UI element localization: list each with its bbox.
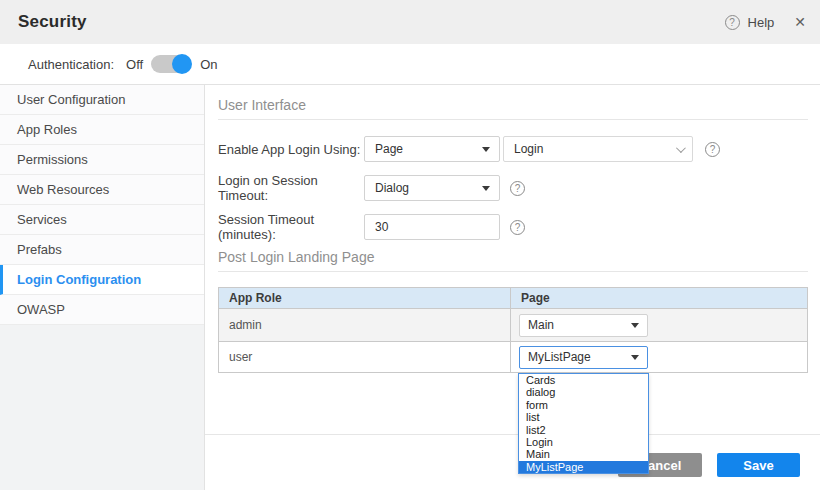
help-link[interactable]: Help — [748, 15, 775, 30]
main-content: User Interface Enable App Login Using: P… — [205, 85, 820, 490]
session-timeout-type-label: Login on Session Timeout: — [218, 173, 364, 203]
admin-page-select[interactable]: Main — [519, 314, 648, 337]
toggle-knob — [172, 54, 192, 74]
authentication-label: Authentication: — [28, 57, 114, 72]
sidebar-item-prefabs[interactable]: Prefabs — [0, 235, 204, 265]
sidebar-item-user-configuration[interactable]: User Configuration — [0, 85, 204, 115]
caret-down-icon — [631, 323, 639, 328]
security-dialog: Security ? Help ✕ Authentication: Off On… — [0, 0, 820, 490]
close-icon[interactable]: ✕ — [794, 14, 806, 30]
help-icon[interactable]: ? — [725, 15, 740, 30]
dropdown-option-main[interactable]: Main — [519, 448, 648, 460]
caret-down-icon — [482, 147, 490, 152]
table-row: admin Main — [219, 309, 808, 342]
enable-app-login-row: Enable App Login Using: Page Login ? — [218, 136, 808, 162]
page-dropdown-list: Cards dialog form list list2 Login Main … — [518, 373, 649, 474]
footer-divider — [205, 434, 820, 435]
enable-app-login-label: Enable App Login Using: — [218, 142, 364, 157]
session-timeout-input[interactable] — [364, 214, 500, 240]
sidebar-item-services[interactable]: Services — [0, 205, 204, 235]
page-column-header: Page — [511, 288, 808, 309]
session-timeout-type-value: Dialog — [375, 181, 409, 195]
user-page-select[interactable]: MyListPage — [519, 346, 648, 369]
dropdown-option-mylistpage[interactable]: MyListPage — [519, 461, 648, 473]
session-timeout-type-select[interactable]: Dialog — [364, 175, 500, 201]
sidebar-item-app-roles[interactable]: App Roles — [0, 115, 204, 145]
save-button[interactable]: Save — [717, 453, 800, 477]
toggle-on-label: On — [200, 57, 217, 72]
page-title: Security — [18, 12, 87, 32]
help-icon[interactable]: ? — [705, 142, 720, 157]
app-role-cell-user: user — [219, 342, 511, 373]
footer-actions: Cancel Save — [218, 453, 808, 477]
session-timeout-type-row: Login on Session Timeout: Dialog ? — [218, 175, 808, 201]
session-timeout-minutes-row: Session Timeout (minutes): ? — [218, 214, 808, 240]
login-page-value: Login — [514, 142, 543, 156]
authentication-toggle[interactable] — [151, 55, 191, 73]
sidebar-item-permissions[interactable]: Permissions — [0, 145, 204, 175]
toggle-off-label: Off — [126, 57, 143, 72]
section-post-login-landing-page: Post Login Landing Page — [218, 249, 808, 272]
table-header-row: App Role Page — [219, 288, 808, 309]
authentication-bar: Authentication: Off On — [0, 44, 820, 85]
titlebar: Security ? Help ✕ — [0, 0, 820, 44]
table-row: user MyListPage — [219, 342, 808, 373]
titlebar-actions: ? Help ✕ — [725, 14, 806, 30]
caret-down-icon — [482, 186, 490, 191]
sidebar-item-owasp[interactable]: OWASP — [0, 295, 204, 325]
dropdown-option-cards[interactable]: Cards — [519, 374, 648, 386]
chevron-down-icon — [676, 143, 686, 153]
sidebar: User Configuration App Roles Permissions… — [0, 85, 205, 490]
admin-page-value: Main — [528, 318, 554, 332]
sidebar-item-web-resources[interactable]: Web Resources — [0, 175, 204, 205]
landing-page-table: App Role Page admin Main user — [218, 287, 808, 373]
dropdown-option-login[interactable]: Login — [519, 436, 648, 448]
login-type-value: Page — [375, 142, 403, 156]
app-role-cell-admin: admin — [219, 309, 511, 342]
login-page-select[interactable]: Login — [503, 136, 693, 162]
app-role-column-header: App Role — [219, 288, 511, 309]
section-user-interface: User Interface — [218, 97, 808, 120]
login-type-select[interactable]: Page — [364, 136, 500, 162]
landing-page-table-wrap: App Role Page admin Main user — [218, 287, 808, 373]
dropdown-option-list2[interactable]: list2 — [519, 424, 648, 436]
caret-down-icon — [631, 355, 639, 360]
dropdown-option-list[interactable]: list — [519, 411, 648, 423]
dropdown-option-dialog[interactable]: dialog — [519, 386, 648, 398]
help-icon[interactable]: ? — [510, 220, 525, 235]
dropdown-option-form[interactable]: form — [519, 399, 648, 411]
user-page-value: MyListPage — [528, 350, 591, 364]
sidebar-item-login-configuration[interactable]: Login Configuration — [0, 265, 204, 295]
help-icon[interactable]: ? — [510, 181, 525, 196]
session-timeout-minutes-label: Session Timeout (minutes): — [218, 212, 364, 242]
